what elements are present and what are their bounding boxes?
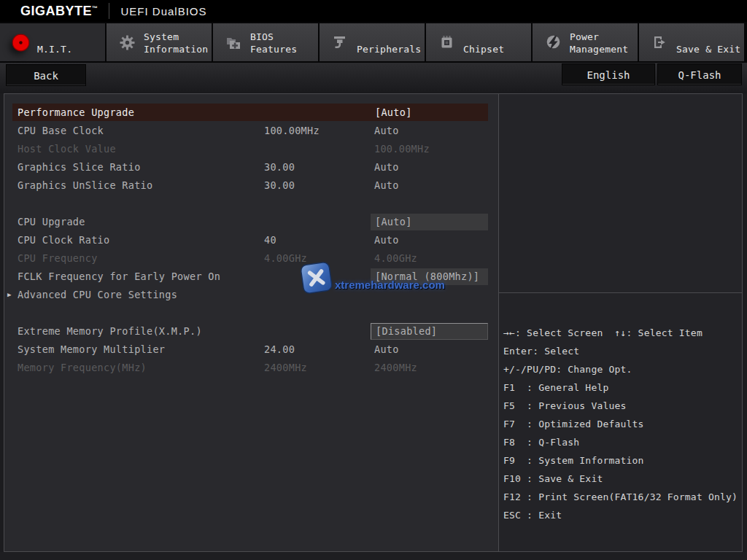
tabs-container: M.I.T.System InformationBIOS FeaturesPer… (0, 23, 746, 61)
tab-label: Power Management (570, 29, 628, 55)
peripheral-icon (329, 35, 351, 50)
tab-system-information[interactable]: System Information (107, 23, 212, 61)
setting-value: Auto (374, 158, 399, 176)
setting-value: Auto (374, 176, 399, 195)
tab-label: Peripherals (357, 29, 421, 55)
setting-value-box[interactable]: [Auto] (371, 214, 488, 230)
gigabyte-logo: GIGABYTE™ (20, 4, 98, 19)
exit-icon (649, 35, 670, 50)
tab-label: BIOS Features (250, 29, 297, 55)
setting-current-value: 100.00MHz (264, 122, 320, 140)
language-button[interactable]: English (562, 63, 655, 85)
setting-row[interactable]: ▶Advanced CPU Core Settings (4, 286, 498, 304)
content-container: Performance Upgrade[Auto]CPU Base Clock1… (4, 93, 743, 552)
setting-current-value: 24.00 (264, 341, 295, 359)
help-line: F9 : System Information (503, 451, 742, 470)
setting-value-box[interactable]: [Auto] (371, 104, 488, 121)
help-line: F7 : Optimized Defaults (503, 415, 742, 433)
tab-label: Chipset (463, 29, 504, 55)
tab-label: System Information (144, 29, 208, 55)
setting-value-box[interactable]: [Disabled] (371, 323, 488, 340)
setting-value: Auto (374, 231, 399, 249)
setting-row[interactable]: CPU Upgrade[Auto] (4, 213, 498, 231)
tab-bar: M.I.T.System InformationBIOS FeaturesPer… (0, 22, 747, 63)
setting-row: Memory Frequency(MHz)2400MHz2400MHz (4, 359, 498, 377)
setting-label: System Memory Multiplier (18, 341, 165, 359)
tab-save-exit[interactable]: Save & Exit (639, 23, 744, 61)
row-spacer (4, 195, 498, 213)
settings-list: Performance Upgrade[Auto]CPU Base Clock1… (4, 104, 498, 377)
tab-m-i-t[interactable]: M.I.T. (0, 23, 105, 61)
firmware-title: UEFI DualBIOS (121, 5, 207, 18)
setting-label: CPU Upgrade (18, 213, 85, 231)
setting-label: CPU Clock Ratio (18, 231, 109, 249)
help-line: F5 : Previous Values (503, 397, 742, 415)
tab-bios-features[interactable]: BIOS Features (213, 23, 318, 61)
key-help-list: →←: Select Screen ↑↓: Select ItemEnter: … (499, 293, 742, 524)
setting-current-value: 4.00GHz (264, 249, 307, 268)
gear-icon (116, 35, 138, 50)
back-button[interactable]: Back (6, 64, 86, 86)
chip-icon (436, 35, 457, 50)
help-line: F1 : General Help (503, 378, 742, 397)
setting-label: Advanced CPU Core Settings (18, 286, 177, 304)
setting-value: Auto (374, 341, 399, 359)
help-line: F12 : Print Screen(FAT16/32 Format Only) (503, 488, 742, 506)
top-bar: GIGABYTE™ UEFI DualBIOS (0, 0, 747, 22)
setting-row[interactable]: CPU Base Clock100.00MHzAuto (4, 122, 498, 140)
help-line: Enter: Select (503, 342, 742, 360)
setting-label: Performance Upgrade (18, 104, 134, 122)
divider (109, 3, 109, 19)
tab-label: M.I.T. (37, 29, 72, 55)
tab-peripherals[interactable]: Peripherals (320, 23, 425, 61)
setting-value-box[interactable]: [Normal (800Mhz)] (371, 268, 488, 285)
lightning-icon (542, 34, 564, 51)
setting-row[interactable]: Extreme Memory Profile(X.M.P.)[Disabled] (4, 322, 498, 341)
setting-label: Extreme Memory Profile(X.M.P.) (18, 322, 202, 341)
setting-current-value: 30.00 (264, 158, 295, 176)
row-spacer (4, 304, 498, 322)
setting-current-value: 2400MHz (264, 359, 307, 377)
setting-value: 2400MHz (374, 359, 417, 377)
setting-label: FCLK Frequency for Early Power On (18, 268, 220, 286)
setting-row: CPU Frequency4.00GHz4.00GHz (4, 249, 498, 268)
settings-panel: Performance Upgrade[Auto]CPU Base Clock1… (4, 94, 499, 551)
setting-label: Memory Frequency(MHz) (18, 359, 147, 377)
bottom-strip (0, 552, 747, 560)
qflash-button[interactable]: Q-Flash (657, 63, 742, 85)
tab-power-management[interactable]: Power Management (533, 23, 638, 61)
setting-value: 100.00MHz (374, 140, 430, 158)
setting-row[interactable]: Graphics Slice Ratio30.00Auto (4, 158, 498, 176)
expand-arrow-icon: ▶ (7, 286, 12, 304)
help-panel: →←: Select Screen ↑↓: Select ItemEnter: … (499, 94, 742, 551)
setting-label: CPU Base Clock (18, 122, 104, 140)
setting-row: Host Clock Value100.00MHz (4, 140, 498, 158)
setting-label: Graphics UnSlice Ratio (18, 176, 152, 195)
help-line: ESC : Exit (503, 506, 742, 524)
tab-label: Save & Exit (676, 29, 740, 55)
help-line: →←: Select Screen ↑↓: Select Item (503, 324, 742, 342)
help-line: F10 : Save & Exit (503, 470, 742, 488)
red-disc-icon (9, 33, 31, 52)
setting-label: Graphics Slice Ratio (18, 158, 141, 176)
help-line: F8 : Q-Flash (503, 433, 742, 451)
setting-row[interactable]: FCLK Frequency for Early Power On[Normal… (4, 268, 498, 286)
setting-row[interactable]: CPU Clock Ratio40Auto (4, 231, 498, 249)
setting-value: 4.00GHz (374, 249, 417, 268)
setting-value: Auto (374, 122, 399, 140)
setting-row[interactable]: System Memory Multiplier24.00Auto (4, 341, 498, 359)
setting-row[interactable]: Performance Upgrade[Auto] (4, 104, 498, 122)
tab-chipset[interactable]: Chipset (426, 23, 531, 61)
setting-current-value: 40 (264, 231, 276, 249)
toolbar-strip: Back English Q-Flash (0, 63, 747, 93)
setting-label: CPU Frequency (18, 249, 98, 268)
setting-row[interactable]: Graphics UnSlice Ratio30.00Auto (4, 176, 498, 195)
setting-current-value: 30.00 (264, 176, 295, 195)
help-line: +/-/PU/PD: Change Opt. (503, 360, 742, 378)
setting-label: Host Clock Value (18, 140, 116, 158)
item-help-box (499, 94, 742, 293)
folder-plus-icon (222, 35, 244, 50)
